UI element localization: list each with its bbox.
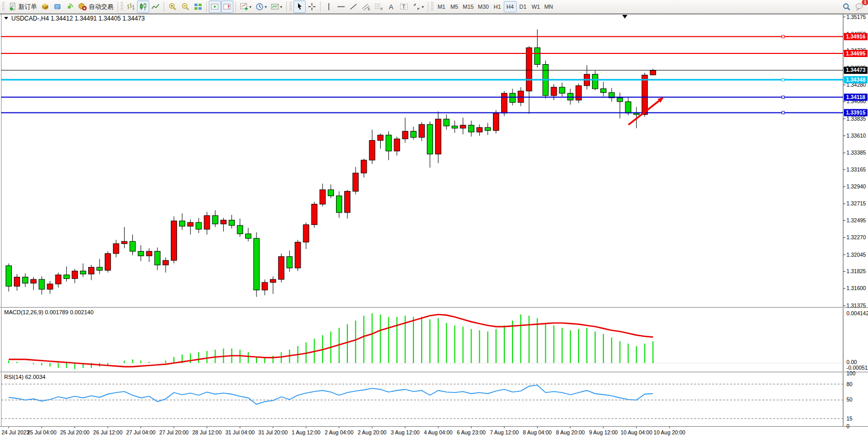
candle <box>320 190 325 204</box>
zoom-group <box>166 0 204 14</box>
candle <box>14 277 20 287</box>
line-chart-button[interactable] <box>149 1 162 13</box>
trendline-button[interactable] <box>347 1 360 13</box>
candle <box>361 160 367 173</box>
candle <box>39 279 45 289</box>
tile-windows-button[interactable] <box>192 1 204 13</box>
toolbar-separator <box>117 2 118 12</box>
crosshair-button[interactable] <box>306 1 318 13</box>
zoom-in-icon <box>168 3 177 11</box>
signals-button[interactable] <box>64 1 76 13</box>
bar-chart-button[interactable] <box>125 1 137 13</box>
autotrade-label: 自动交易 <box>89 3 113 11</box>
price-tick-label: 1.32715 <box>846 200 866 206</box>
chart-shift-button[interactable] <box>221 1 233 13</box>
text-label-icon: T <box>400 3 408 11</box>
templates-button[interactable]: ▾ <box>269 1 284 13</box>
time-axis-label: 4 Aug 04:00 <box>424 429 452 435</box>
zoom-in-button[interactable] <box>166 1 179 13</box>
indicators-button[interactable]: ▾ <box>238 1 253 13</box>
horizontal-line-button[interactable] <box>335 1 347 13</box>
time-axis-label: 7 Aug 12:00 <box>490 429 519 435</box>
search-button[interactable] <box>840 1 853 13</box>
text-label-button[interactable]: T <box>398 1 410 13</box>
equidistant-channel-button[interactable]: E <box>360 1 372 13</box>
timeframe-h1-button[interactable]: H1 <box>491 1 504 12</box>
time-axis-label: 8 Aug 20:00 <box>556 429 585 435</box>
candle <box>394 139 400 151</box>
rsi-axis-label: 15 <box>846 415 853 422</box>
candle <box>31 279 36 283</box>
line-handle[interactable] <box>782 111 784 114</box>
text-button[interactable]: A <box>385 1 398 13</box>
time-axis-label: 26 Jul 12:00 <box>93 429 123 435</box>
candle <box>221 220 226 224</box>
rsi-axis-label: 100 <box>846 370 856 376</box>
zoom-out-button[interactable] <box>179 1 192 13</box>
new-order-button[interactable]: 新订单 <box>6 1 39 13</box>
data-window-button[interactable] <box>51 1 64 13</box>
price-tick-label: 1.33835 <box>846 116 866 122</box>
line-chart-icon <box>151 3 160 11</box>
candle <box>146 251 152 256</box>
candle <box>196 222 202 229</box>
candle <box>254 238 260 290</box>
price-tick-label: 1.32270 <box>846 234 866 240</box>
timeframe-m1-button[interactable]: M1 <box>435 1 448 12</box>
candle <box>237 225 243 234</box>
arrows-tool-button[interactable]: ▾ <box>410 1 426 13</box>
autotrade-button[interactable]: 自动交易 <box>76 1 115 13</box>
timeframe-mn-button[interactable]: MN <box>542 1 555 12</box>
time-axis-label: 6 Aug 23:00 <box>457 429 486 435</box>
candle <box>171 221 177 260</box>
candlestick-chart-button[interactable] <box>137 1 149 13</box>
candle <box>337 196 342 213</box>
objects-group: ▾ ▾ ▾ <box>238 0 284 14</box>
toolbar-separator <box>320 2 321 12</box>
drawing-group: E F A T ▾ <box>323 0 426 14</box>
timeframe-d1-button[interactable]: D1 <box>517 1 529 12</box>
candle <box>64 275 69 278</box>
time-axis-label: 27 Jul 20:00 <box>159 429 188 435</box>
market-watch-button[interactable] <box>39 1 51 13</box>
price-label-text: 1.34473 <box>846 67 865 73</box>
timeframe-m30-button[interactable]: M30 <box>476 1 490 12</box>
timeframe-h4-button[interactable]: H4 <box>504 1 517 12</box>
chart-canvas[interactable]: 1.351751.349501.347301.345051.342801.340… <box>0 14 868 438</box>
candle <box>188 222 193 226</box>
timeframe-m5-button[interactable]: M5 <box>448 1 461 12</box>
candle <box>229 220 234 225</box>
toolbar-separator <box>428 2 428 12</box>
cursor-button[interactable] <box>293 1 306 13</box>
candle <box>369 140 375 160</box>
time-axis-label: 28 Jul 12:00 <box>192 429 222 435</box>
candle <box>526 48 532 91</box>
line-handle[interactable] <box>782 96 784 99</box>
auto-scroll-button[interactable] <box>209 1 221 13</box>
tile-windows-icon <box>194 3 202 11</box>
toolbar-separator <box>164 2 164 12</box>
timeframe-m15-button[interactable]: M15 <box>461 1 476 12</box>
zoom-out-icon <box>181 3 190 11</box>
candlestick-chart-icon <box>139 3 147 11</box>
time-axis-label: 10 Aug 20:00 <box>654 429 685 435</box>
fibonacci-button[interactable]: F <box>372 1 385 13</box>
candle <box>593 74 598 89</box>
price-label-text: 1.34348 <box>846 77 865 83</box>
chart-type-group <box>120 0 162 14</box>
candle <box>89 267 94 274</box>
candle <box>617 98 623 102</box>
line-handle[interactable] <box>782 79 784 81</box>
time-axis-label: 31 Jul 20:00 <box>259 429 288 435</box>
vertical-line-button[interactable] <box>323 1 335 13</box>
timeframe-w1-button[interactable]: W1 <box>529 1 542 12</box>
line-handle[interactable] <box>782 35 784 38</box>
candle <box>23 277 28 283</box>
svg-text:A: A <box>389 3 393 11</box>
candle <box>180 221 185 226</box>
signals-icon <box>66 3 74 11</box>
candle <box>287 257 292 268</box>
candle <box>502 93 507 113</box>
periods-button[interactable]: ▾ <box>253 1 269 13</box>
bar-chart-icon <box>127 3 135 11</box>
